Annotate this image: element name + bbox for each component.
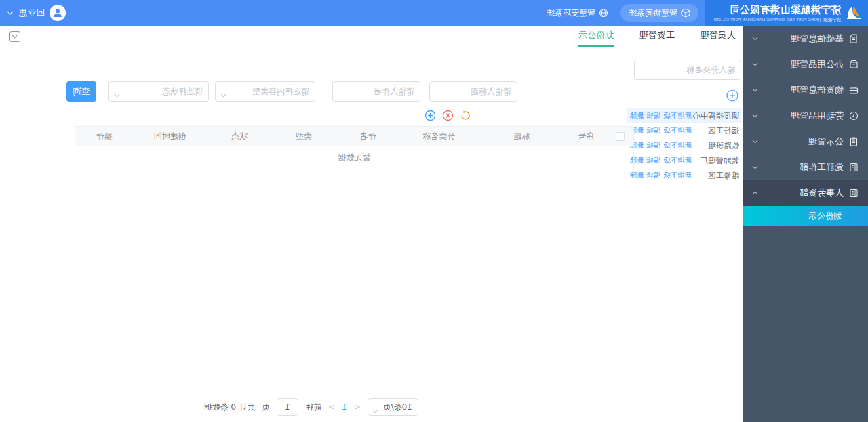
current-page[interactable]: 1 — [342, 402, 347, 412]
chevron-down-icon — [7, 11, 14, 15]
total-count-label: 共计 0 条数据 — [204, 402, 255, 413]
add-child-link[interactable]: 新增下级 — [663, 126, 692, 135]
status-select[interactable]: 请选择状态 — [108, 81, 209, 102]
table-header-row: 序号 标题 分类名称 作者 类型 状态 创建时间 操作 — [75, 127, 633, 146]
avatar — [50, 5, 66, 21]
content-area: 人员管理 工资管理 划份公示 调度指挥中心 新增下级 编辑 — [0, 26, 743, 422]
clipboard-icon — [849, 137, 859, 146]
system-switcher: 智慧协同系统 智慧安环系统 — [538, 4, 698, 22]
smart-safety-system-button[interactable]: 智慧安环系统 — [538, 4, 616, 22]
smart-collaboration-system-button[interactable]: 智慧协同系统 — [620, 4, 698, 22]
sidebar-item-label: 人事劳资部 — [758, 187, 844, 199]
circle-close-icon[interactable] — [442, 110, 454, 121]
category-row[interactable]: 调度指挥中心 新增下级 编辑 删除 — [627, 108, 741, 123]
collapse-panel-icon[interactable] — [9, 31, 20, 42]
filter-bar: 请选择内容类型 请选择状态 查询 — [58, 81, 743, 102]
tab-allocation-publicity[interactable]: 划份公示 — [578, 25, 614, 47]
refresh-icon[interactable] — [460, 110, 471, 121]
user-menu[interactable]: 回亚思 — [7, 0, 66, 26]
sidebar-submenu-item-active[interactable]: 划份公示 — [743, 206, 868, 226]
user-icon — [52, 7, 63, 18]
sidebar-item-publicity-mgmt[interactable]: 公示管理 — [743, 129, 868, 154]
chevron-down-icon — [372, 406, 378, 415]
edit-link[interactable]: 编辑 — [646, 171, 660, 180]
mirrored-screenshot-stage: 济宁港航梁山港有限公司 济宁能源 JINING PORT AND SHIPPIN… — [0, 0, 868, 422]
circle-plus-icon[interactable] — [425, 110, 436, 121]
book-icon — [849, 163, 859, 172]
column-header: 状态 — [208, 127, 272, 146]
top-bar: 济宁港航梁山港有限公司 济宁能源 JINING PORT AND SHIPPIN… — [0, 0, 868, 26]
briefcase-icon — [849, 85, 859, 95]
sidebar-item-label: 劳动用品管理 — [758, 110, 844, 122]
sidebar-item-basic-info[interactable]: 基础信息管理 — [743, 26, 868, 51]
add-child-link[interactable]: 新增下级 — [663, 111, 692, 121]
select-placeholder: 请选择状态 — [162, 86, 203, 98]
sidebar-item-label: 公示管理 — [758, 135, 844, 148]
cube-icon — [681, 8, 690, 18]
delete-link[interactable]: 删除 — [629, 111, 644, 121]
select-all-checkbox[interactable] — [616, 132, 625, 141]
sidebar-item-party-work[interactable]: 党群工作部 — [743, 154, 868, 180]
chevron-down-icon — [752, 88, 758, 92]
sidebar-item-material-info[interactable]: 物资信息管理 — [743, 77, 868, 103]
author-input[interactable] — [332, 81, 420, 102]
sidebar-item-labor-supplies[interactable]: 劳动用品管理 — [743, 103, 868, 129]
jump-suffix-label: 页 — [262, 402, 270, 413]
content-type-select[interactable]: 请选择内容类型 — [215, 81, 315, 102]
company-logo-icon — [845, 4, 863, 22]
sidebar-item-hr-labor-dept[interactable]: 人事劳资部 — [743, 180, 868, 206]
page-size-select[interactable]: 10条/页 — [368, 398, 418, 416]
data-table: 序号 标题 分类名称 作者 类型 状态 创建时间 操作 暂无数据 — [75, 126, 634, 169]
edit-link[interactable]: 编辑 — [646, 156, 660, 165]
add-child-link[interactable]: 新增下级 — [663, 171, 692, 180]
title-input[interactable] — [429, 81, 517, 102]
tab-salary-mgmt[interactable]: 工资管理 — [639, 25, 675, 47]
prev-page-button[interactable]: < — [354, 402, 361, 412]
category-row[interactable]: 运行工区 新增下级 编辑 删除 — [627, 123, 741, 138]
edit-link[interactable]: 编辑 — [646, 141, 660, 150]
tab-personnel-mgmt[interactable]: 人员管理 — [701, 25, 736, 47]
sidebar-item-label: 办公用品管理 — [758, 58, 844, 70]
company-name-en: JINING PORT AND SHIPPING LIANGSHAN PORT … — [713, 18, 821, 22]
category-name: 调度指挥中心 — [692, 111, 739, 121]
delete-link[interactable]: 删除 — [629, 171, 644, 180]
company-name: 济宁港航梁山港有限公司 — [713, 3, 841, 16]
column-header: 类型 — [271, 127, 336, 146]
logo-area: 济宁港航梁山港有限公司 济宁能源 JINING PORT AND SHIPPIN… — [705, 0, 868, 26]
system-button-label: 智慧安环系统 — [547, 7, 595, 19]
category-name: 维修工区 — [692, 171, 739, 181]
content-body: 调度指挥中心 新增下级 编辑 删除 运行工区 新增下级 编辑 删除 — [0, 47, 743, 421]
brand-small-label: 济宁能源 — [823, 17, 841, 23]
globe-icon — [599, 8, 608, 18]
document-icon — [849, 34, 859, 43]
category-panel: 调度指挥中心 新增下级 编辑 删除 运行工区 新增下级 编辑 删除 — [627, 60, 741, 183]
category-row[interactable]: 铁路班组 新增下级 编辑 删除 — [627, 138, 741, 153]
column-header: 创建时间 — [133, 127, 208, 146]
sidebar-item-label: 基础信息管理 — [758, 33, 844, 45]
search-button[interactable]: 查询 — [66, 81, 96, 102]
chevron-down-icon — [752, 37, 758, 41]
table-toolbar — [425, 110, 471, 121]
chevron-up-icon — [752, 191, 758, 195]
category-search-input[interactable] — [634, 60, 741, 80]
add-child-link[interactable]: 新增下级 — [663, 156, 692, 165]
category-name: 铁路班组 — [692, 141, 739, 151]
category-row[interactable]: 维修工区 新增下级 编辑 删除 — [627, 168, 741, 183]
jump-page-input[interactable] — [277, 398, 298, 416]
next-page-button[interactable]: > — [328, 402, 335, 412]
column-header: 作者 — [336, 127, 400, 146]
select-placeholder: 请选择内容类型 — [252, 86, 309, 98]
chevron-down-icon — [114, 90, 120, 100]
add-child-link[interactable]: 新增下级 — [663, 141, 692, 150]
clock-icon — [849, 111, 859, 121]
edit-link[interactable]: 编辑 — [646, 111, 660, 121]
sidebar: 基础信息管理 办公用品管理 物资信息管理 劳动用品管理 公示管理 党群工作部 — [743, 26, 868, 422]
category-row[interactable]: 装卸管理厂 新增下级 编辑 删除 — [627, 153, 741, 168]
id-card-icon — [849, 188, 859, 198]
category-name: 运行工区 — [692, 126, 739, 136]
page-size-value: 10条/页 — [383, 402, 412, 413]
system-button-label: 智慧协同系统 — [629, 7, 677, 19]
sidebar-item-office-supplies[interactable]: 办公用品管理 — [743, 51, 868, 77]
edit-link[interactable]: 编辑 — [646, 126, 660, 135]
chevron-down-icon — [752, 140, 758, 144]
